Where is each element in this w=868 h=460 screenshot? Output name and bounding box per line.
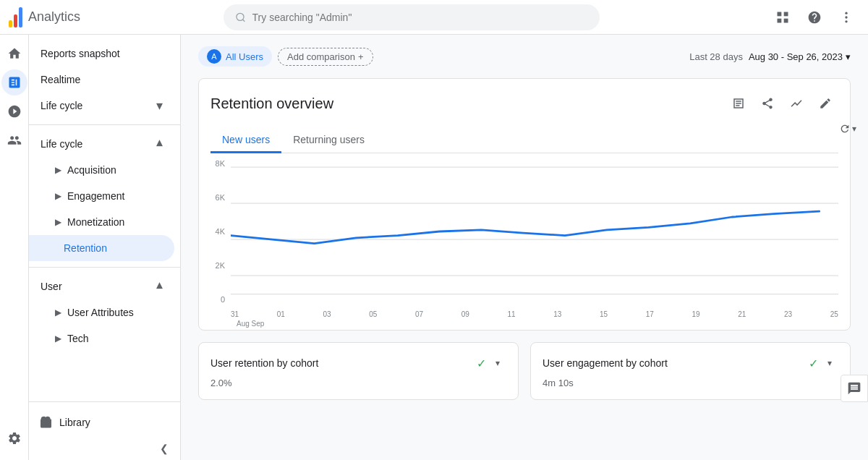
help-button[interactable] [801, 4, 827, 30]
sidebar-item-acquisition[interactable]: ▶ Acquisition [29, 157, 174, 183]
user-chevron-up-icon: ▾ [156, 278, 163, 294]
chart-svg [231, 159, 838, 304]
sidebar-item-tech[interactable]: ▶ Tech [29, 325, 174, 352]
edit-button[interactable] [812, 90, 838, 116]
tab-returning-users[interactable]: Returning users [281, 128, 376, 153]
reports-nav-button[interactable] [1, 98, 27, 124]
sidebar-item-engagement[interactable]: ▶ Engagement [29, 183, 174, 209]
x-label-25: 25 [830, 310, 838, 318]
add-comparison-button[interactable]: Add comparison + [278, 48, 373, 66]
y-label-4k: 4K [216, 227, 225, 236]
feedback-button[interactable] [841, 375, 868, 402]
svg-rect-3 [784, 12, 788, 16]
sidebar-library-item[interactable]: Library [29, 408, 180, 437]
date-range-button[interactable]: Aug 30 - Sep 26, 2023 ▾ [749, 51, 851, 62]
card-title: Retention overview [210, 95, 333, 112]
sidebar-collapse-button[interactable]: ❮ [29, 437, 180, 460]
reports-icon [7, 104, 22, 119]
acquisition-label: Acquisition [67, 164, 116, 176]
x-label-17: 17 [646, 310, 654, 318]
retention-dropdown-button[interactable]: ▾ [489, 354, 506, 372]
ai-dropdown[interactable]: ▾ [839, 123, 856, 135]
x-label-13: 13 [553, 310, 561, 318]
search-input[interactable] [252, 12, 589, 23]
sidebar-item-retention[interactable]: Retention [29, 235, 174, 261]
sidebar-item-realtime[interactable]: Realtime [29, 67, 174, 93]
logo-bar-yellow [9, 20, 12, 27]
bottom-card-retention-header: User retention by cohort ✓ ▾ [210, 354, 506, 372]
sidebar-item-user-attributes[interactable]: ▶ User Attributes [29, 299, 174, 325]
engagement-chevron-right-icon: ▶ [55, 191, 61, 201]
svg-line-1 [243, 19, 245, 21]
edit-icon [819, 97, 832, 110]
filters-left: A All Users Add comparison + [198, 46, 373, 67]
x-label-11: 11 [508, 310, 516, 318]
filters-row: A All Users Add comparison + Last 28 day… [198, 46, 851, 67]
svg-rect-5 [784, 18, 788, 22]
x-label-19: 19 [692, 310, 700, 318]
bottom-card-retention: User retention by cohort ✓ ▾ 2.0% [198, 342, 519, 400]
svg-rect-2 [777, 12, 781, 16]
top-actions [770, 4, 859, 30]
home-nav-button[interactable] [1, 41, 27, 67]
chart-plot: 31 01 03 05 07 09 11 13 15 17 19 21 23 2… [231, 159, 838, 318]
app-title: Analytics [28, 9, 80, 25]
audience-nav-button[interactable] [1, 127, 27, 153]
library-label: Library [59, 417, 90, 428]
sidebar-lifecycle-expanded[interactable]: Life cycle ▾ [29, 131, 174, 157]
line-chart-icon [790, 97, 803, 110]
library-icon [41, 416, 54, 429]
all-users-label: All Users [226, 51, 263, 62]
svg-rect-4 [777, 18, 781, 22]
bottom-card-engagement-value: 4m 10s [542, 378, 838, 388]
grid-button[interactable] [770, 4, 796, 30]
y-axis: 8K 6K 4K 2K 0 [210, 159, 231, 318]
logo-area: Analytics [9, 7, 139, 27]
sidebar-item-reports-snapshot[interactable]: Reports snapshot [29, 41, 174, 67]
settings-icon [7, 431, 22, 446]
engagement-check-icon: ✓ [809, 357, 818, 370]
ai-refresh-icon [839, 123, 851, 135]
filters-right: Last 28 days Aug 30 - Sep 26, 2023 ▾ [689, 51, 851, 62]
tab-new-users[interactable]: New users [210, 128, 281, 153]
search-icon [235, 12, 246, 23]
table-view-button[interactable] [726, 90, 752, 116]
leftnav-icons [0, 35, 29, 460]
search-bar[interactable] [224, 4, 600, 30]
share-button[interactable] [754, 90, 780, 116]
settings-nav-button[interactable] [1, 425, 27, 451]
sidebar-item-monetization[interactable]: ▶ Monetization [29, 209, 174, 235]
bottom-card-engagement: User engagement by cohort ✓ ▾ 4m 10s [530, 342, 851, 400]
main-content: A All Users Add comparison + Last 28 day… [181, 35, 868, 460]
retention-check-icon: ✓ [477, 357, 486, 370]
line-chart-button[interactable] [783, 90, 809, 116]
plus-icon: + [358, 51, 364, 62]
help-icon [807, 10, 822, 25]
bottom-card-engagement-actions: ✓ ▾ [809, 354, 838, 372]
analytics-nav-button[interactable] [1, 69, 27, 95]
engagement-dropdown-button[interactable]: ▾ [821, 354, 838, 372]
collapse-icon: ❮ [160, 443, 169, 454]
y-label-8k: 8K [216, 159, 225, 168]
bottom-card-engagement-header: User engagement by cohort ✓ ▾ [542, 354, 838, 372]
svg-point-6 [845, 12, 847, 14]
feedback-icon [847, 381, 861, 396]
sidebar-user-section[interactable]: User ▾ [29, 273, 174, 299]
chart-area: 8K 6K 4K 2K 0 [210, 159, 838, 318]
x-label-15: 15 [600, 310, 608, 318]
x-label-23: 23 [784, 310, 792, 318]
x-label-09: 09 [461, 310, 469, 318]
sidebar-lifecycle-collapsed[interactable]: Life cycle ▾ [29, 93, 174, 119]
logo-bar-blue [19, 7, 22, 27]
bottom-card-retention-actions: ✓ ▾ [477, 354, 506, 372]
x-axis: 31 01 03 05 07 09 11 13 15 17 19 21 23 2… [231, 310, 838, 318]
card-header: Retention overview [210, 90, 838, 116]
user-label: User [41, 281, 62, 292]
bottom-cards: User retention by cohort ✓ ▾ 2.0% User e… [198, 342, 851, 400]
retention-chevron-down-icon: ▾ [495, 358, 500, 368]
chart-container: 8K 6K 4K 2K 0 [210, 159, 838, 318]
more-options-button[interactable] [833, 4, 859, 30]
retention-overview-card: Retention overview New users Returning u… [198, 78, 851, 331]
home-icon [7, 46, 22, 61]
all-users-chip[interactable]: A All Users [198, 46, 272, 67]
